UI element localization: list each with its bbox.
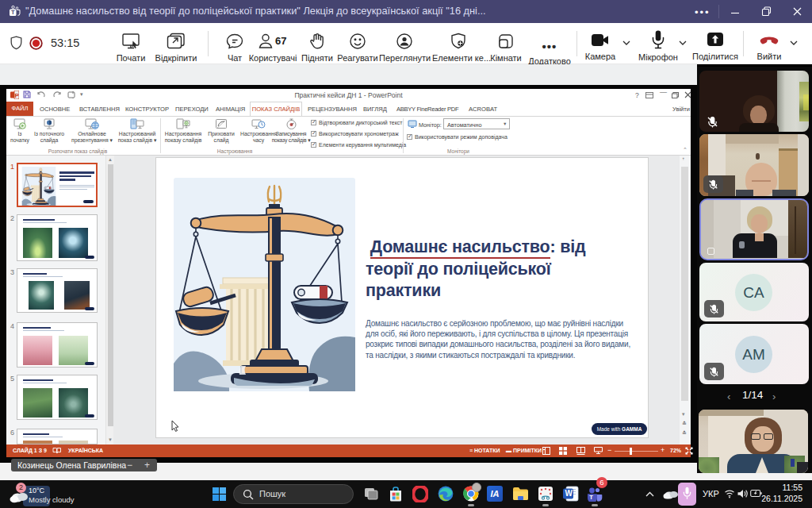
svg-text:W: W — [565, 489, 573, 498]
svg-text:T: T — [589, 494, 593, 501]
svg-text:T: T — [11, 9, 15, 16]
svg-text:67: 67 — [275, 35, 286, 47]
